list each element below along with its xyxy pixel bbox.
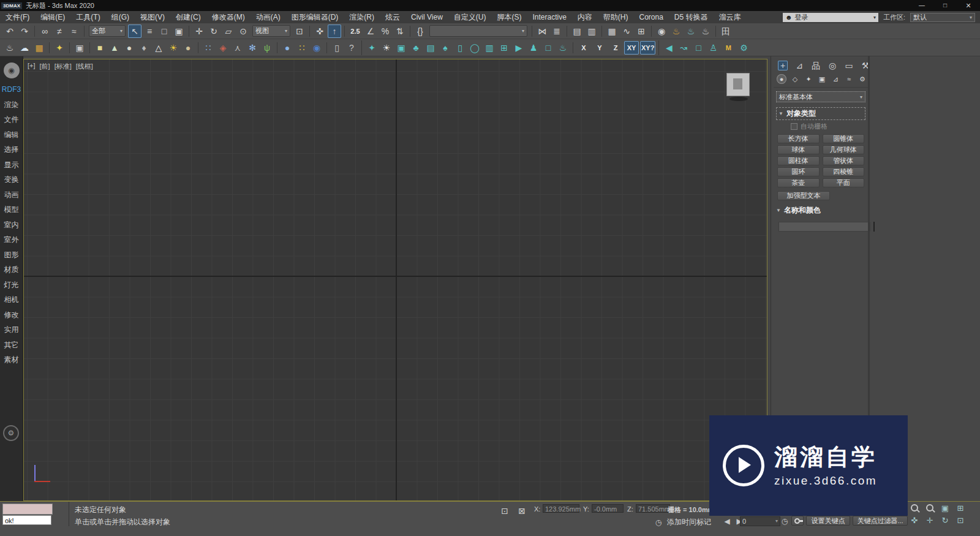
viewport-menu-general[interactable]: [+]	[28, 62, 36, 71]
material-editor-icon[interactable]: ◉	[655, 25, 668, 38]
percent-snap-icon[interactable]: %	[379, 25, 392, 38]
plugin-grid-icon[interactable]: ⊞	[497, 41, 511, 55]
render-icon[interactable]: ♨	[699, 25, 712, 38]
zoom-extents-icon[interactable]: ▣	[940, 503, 951, 514]
object-type-button[interactable]: 圆环	[777, 167, 820, 176]
mirror-icon[interactable]: ⋈	[535, 25, 549, 38]
menu-item[interactable]: 工具(T)	[70, 11, 105, 23]
category-geometry[interactable]: ●	[777, 74, 786, 84]
object-type-button[interactable]: 球体	[777, 145, 820, 154]
viewport-menu-shading[interactable]: [线框]	[76, 62, 93, 71]
close-button[interactable]: ✕	[957, 0, 980, 11]
omni-light-icon[interactable]: ☀	[167, 41, 180, 55]
plugin-panel-icon[interactable]: □	[541, 41, 555, 55]
sidebar-item-modify[interactable]: 修改	[0, 308, 23, 323]
object-color-swatch[interactable]	[873, 222, 875, 232]
sidebar-item-transform[interactable]: 变换	[0, 172, 23, 187]
use-pivot-center-icon[interactable]: ⊡	[293, 25, 306, 38]
fov-icon[interactable]: ✜	[909, 515, 920, 526]
y-coordinate-field[interactable]: -0.0mm	[592, 504, 624, 513]
minimize-button[interactable]: —	[910, 0, 933, 11]
select-move-icon[interactable]: ✛	[192, 25, 206, 38]
category-cameras[interactable]: ▣	[817, 74, 827, 84]
color-dots-icon[interactable]: ∷	[295, 41, 309, 55]
object-type-button[interactable]: 几何球体	[823, 145, 865, 154]
menu-item[interactable]: 动画(A)	[251, 11, 286, 23]
axis-x-button[interactable]: X	[576, 41, 591, 55]
category-systems[interactable]: ⚙	[858, 74, 867, 84]
layer-explorer-icon[interactable]: ▥	[585, 25, 598, 38]
set-key-mode-button[interactable]: 设置关键点	[806, 516, 850, 526]
align-icon[interactable]: ≣	[550, 25, 564, 38]
named-sets-dropdown[interactable]: ▾	[429, 25, 527, 37]
sidebar-item-asset[interactable]: 素材	[0, 352, 23, 368]
tab-modify[interactable]: ⊿	[794, 61, 804, 70]
object-type-button[interactable]: 长方体	[777, 134, 820, 143]
isolate-selection-icon[interactable]: ⊡	[498, 504, 511, 518]
maximize-button[interactable]: □	[933, 0, 957, 11]
zoom-icon[interactable]	[909, 503, 920, 514]
axis-y-button[interactable]: Y	[592, 41, 607, 55]
character-icon[interactable]: ♙	[706, 41, 720, 55]
plugin-sun-icon[interactable]: ☀	[380, 41, 393, 55]
selection-lock-icon[interactable]: ⊠	[515, 504, 529, 518]
menu-item[interactable]: 创建(C)	[170, 11, 206, 23]
selection-filter-dropdown[interactable]: 全部▾	[89, 25, 126, 37]
sidebar-item-other[interactable]: 其它	[0, 338, 23, 353]
plugin-teapot-icon[interactable]: ♨	[556, 41, 570, 55]
pyramid-icon[interactable]: ♦	[137, 41, 151, 55]
object-type-button[interactable]: 圆柱体	[777, 156, 820, 165]
category-helpers[interactable]: ⊿	[831, 74, 840, 84]
tab-display[interactable]: ▭	[844, 61, 854, 70]
render-teapot-icon[interactable]: ♨	[3, 41, 17, 55]
category-shapes[interactable]: ◇	[790, 74, 800, 84]
clipboard-icon[interactable]: ▯	[330, 41, 344, 55]
settings-gear-icon[interactable]: ⚙	[737, 41, 750, 55]
viewport-menu-standard[interactable]: [标准]	[55, 62, 72, 71]
menu-item[interactable]: 炫云	[380, 11, 405, 23]
selection-region-icon[interactable]: □	[157, 25, 171, 38]
time-configuration-icon[interactable]: ◷	[779, 516, 790, 526]
sidebar-settings-gear-icon[interactable]: ⚙	[3, 425, 19, 441]
cloud-render-icon[interactable]: ☁	[18, 41, 31, 55]
box-icon[interactable]: ■	[93, 41, 107, 55]
menu-item[interactable]: 内容	[572, 11, 598, 23]
maximize-viewport-icon[interactable]: ⊡	[955, 515, 966, 526]
sphere-icon[interactable]: ●	[123, 41, 136, 55]
help-icon[interactable]: ?	[345, 41, 358, 55]
render-preset-icon[interactable]: ▦	[32, 41, 46, 55]
plugin-cameraman-icon[interactable]: ♟	[527, 41, 540, 55]
plugin-list-icon[interactable]: ▤	[424, 41, 437, 55]
sidebar-item-exterior[interactable]: 室外	[0, 232, 23, 247]
curve-editor-icon[interactable]: ∿	[620, 25, 633, 38]
view-cube[interactable]	[726, 73, 750, 96]
keyboard-override-icon[interactable]: ↑	[328, 25, 341, 38]
snap-toggle-icon[interactable]: 2.5	[348, 25, 363, 38]
spot-cone-icon[interactable]: △	[152, 41, 165, 55]
menu-item[interactable]: Corona	[634, 11, 669, 23]
plugin-light-icon[interactable]: ✦	[365, 41, 379, 55]
current-frame-field[interactable]: 0 ▾	[740, 516, 780, 526]
menu-item[interactable]: 修改器(M)	[206, 11, 251, 23]
sidebar-item-rdf3[interactable]: RDF3	[0, 82, 23, 97]
cone-icon[interactable]: ▲	[108, 41, 121, 55]
select-by-name-icon[interactable]: ≡	[143, 25, 156, 38]
previous-frame-icon[interactable]: ◀	[722, 516, 733, 526]
zoom-region-icon[interactable]	[924, 503, 935, 514]
sidebar-item-utility[interactable]: 实用	[0, 322, 23, 338]
login-button[interactable]: ☻ 登录 ▾	[783, 13, 878, 22]
plugin-door-icon[interactable]: ▯	[453, 41, 467, 55]
sidebar-item-camera[interactable]: 相机	[0, 292, 23, 308]
pan-icon[interactable]: ✛	[924, 515, 935, 526]
primitive-category-dropdown[interactable]: 标准基本体 ▾	[776, 91, 865, 102]
axis-xy-button[interactable]: XY	[624, 41, 639, 55]
select-rotate-icon[interactable]: ↻	[207, 25, 221, 38]
redo-icon[interactable]: ↷	[18, 25, 31, 38]
sidebar-item-shape[interactable]: 图形	[0, 247, 23, 263]
sidebar-item-select[interactable]: 选择	[0, 142, 23, 157]
object-name-field[interactable]	[778, 222, 870, 232]
plugin-torus-icon[interactable]: ◯	[468, 41, 481, 55]
undo-icon[interactable]: ↶	[3, 25, 17, 38]
sidebar-item-model[interactable]: 模型	[0, 202, 23, 217]
scene-explorer-icon[interactable]: ▤	[570, 25, 584, 38]
